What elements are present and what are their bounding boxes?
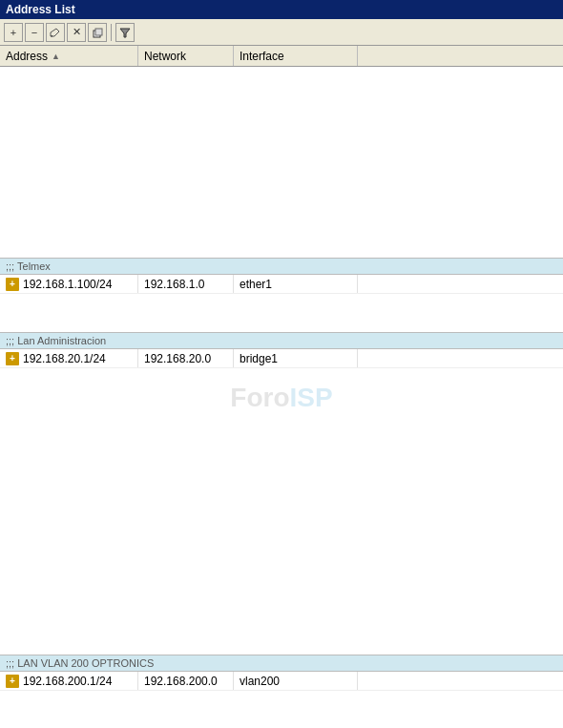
sort-arrow-icon: ▲ (52, 52, 60, 61)
empty-space-2 (0, 294, 563, 332)
col-header-interface[interactable]: Interface (234, 46, 358, 66)
remove-button[interactable]: − (25, 23, 44, 42)
close-button[interactable]: ✕ (67, 23, 86, 42)
cell-network-0: 192.168.1.0 (138, 275, 234, 293)
empty-space-1 (0, 67, 563, 258)
col-header-address[interactable]: Address ▲ (0, 46, 138, 66)
add-button[interactable]: + (4, 23, 23, 42)
title-bar: Address List (0, 0, 563, 19)
cell-interface-2: vlan200 (234, 672, 358, 690)
section-lan-vlan200: ;;; LAN VLAN 200 OPTRONICS (0, 655, 563, 672)
cell-network-2: 192.168.200.0 (138, 672, 234, 690)
section-telmex: ;;; Telmex (0, 258, 563, 275)
route-icon: + (6, 352, 19, 365)
svg-rect-1 (95, 29, 102, 35)
col-header-network[interactable]: Network (138, 46, 234, 66)
filter-button[interactable] (115, 23, 135, 42)
cell-interface-1: bridge1 (234, 349, 358, 367)
copy-button[interactable] (88, 23, 107, 42)
cell-address-2: + 192.168.200.1/24 (0, 672, 138, 690)
section-lan-admin: ;;; Lan Administracion (0, 332, 563, 349)
title-label: Address List (6, 3, 75, 16)
cell-address-0: + 192.168.1.100/24 (0, 275, 138, 293)
toolbar-separator (111, 24, 112, 41)
edit-button[interactable] (46, 23, 65, 42)
route-icon: + (6, 278, 19, 291)
content-area[interactable]: ForoISP ;;; Telmex + 192.168.1.100/24 19… (0, 67, 563, 728)
empty-space-3 (0, 368, 563, 655)
cell-address-1: + 192.168.20.1/24 (0, 349, 138, 367)
table-row[interactable]: + 192.168.200.1/24 192.168.200.0 vlan200 (0, 672, 563, 691)
svg-marker-2 (120, 29, 130, 37)
toolbar: + − ✕ (0, 19, 563, 46)
table-row[interactable]: + 192.168.20.1/24 192.168.20.0 bridge1 (0, 349, 563, 368)
cell-network-1: 192.168.20.0 (138, 349, 234, 367)
cell-interface-0: ether1 (234, 275, 358, 293)
route-icon: + (6, 675, 19, 688)
table-row[interactable]: + 192.168.1.100/24 192.168.1.0 ether1 (0, 275, 563, 294)
column-headers: Address ▲ Network Interface (0, 46, 563, 67)
